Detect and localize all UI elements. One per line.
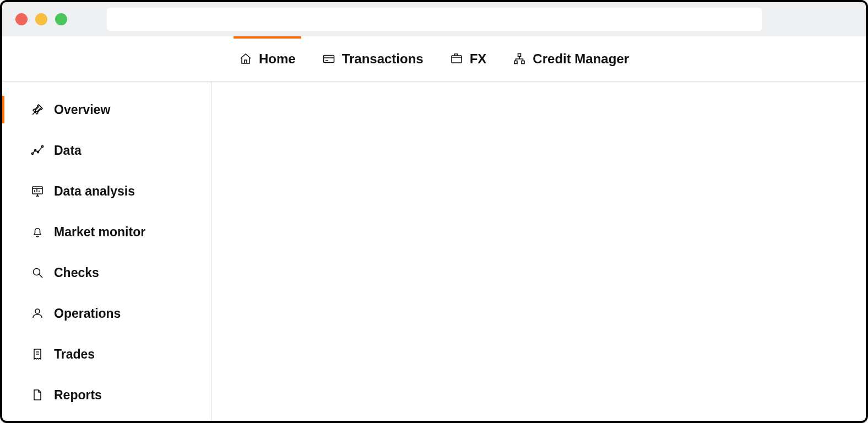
svg-rect-4	[518, 53, 521, 56]
svg-rect-6	[522, 61, 524, 63]
svg-rect-5	[514, 61, 517, 63]
pin-icon	[31, 103, 44, 116]
nav-tab-label: FX	[470, 51, 487, 67]
top-nav: Home Transactions FX Credit Manager	[2, 36, 866, 82]
search-icon	[31, 266, 44, 279]
svg-point-14	[35, 309, 40, 313]
sidebar-item-label: Operations	[54, 306, 121, 321]
svg-rect-0	[323, 55, 334, 62]
svg-point-12	[34, 269, 40, 275]
chart-line-icon	[31, 144, 44, 157]
sidebar: Overview Data Data analysis Market monit…	[2, 82, 211, 421]
nav-tab-transactions[interactable]: Transactions	[317, 36, 429, 81]
sidebar-item-checks[interactable]: Checks	[2, 252, 211, 293]
svg-rect-3	[452, 56, 462, 63]
bell-icon	[31, 225, 44, 238]
sidebar-item-label: Checks	[54, 265, 99, 280]
nav-tab-label: Transactions	[342, 51, 424, 67]
home-icon	[239, 52, 252, 66]
nav-tab-fx[interactable]: FX	[444, 36, 492, 81]
sidebar-item-label: Data	[54, 143, 82, 158]
svg-line-13	[39, 274, 42, 278]
folder-icon	[450, 52, 463, 66]
nav-tab-credit-manager[interactable]: Credit Manager	[507, 36, 634, 81]
title-bar	[2, 2, 866, 36]
window-controls	[15, 13, 67, 25]
sidebar-item-overview[interactable]: Overview	[2, 89, 211, 130]
app-window: Home Transactions FX Credit Manager	[0, 0, 868, 423]
sidebar-item-label: Trades	[54, 347, 95, 362]
main-content	[211, 82, 866, 421]
close-window-button[interactable]	[15, 13, 28, 25]
card-icon	[322, 52, 335, 66]
sidebar-item-reports[interactable]: Reports	[2, 375, 211, 415]
hierarchy-icon	[513, 52, 526, 66]
sidebar-item-operations[interactable]: Operations	[2, 293, 211, 334]
nav-tab-home[interactable]: Home	[234, 36, 301, 81]
sidebar-item-label: Market monitor	[54, 225, 145, 240]
sidebar-item-trades[interactable]: Trades	[2, 334, 211, 375]
sidebar-item-data[interactable]: Data	[2, 130, 211, 171]
receipt-icon	[31, 348, 44, 361]
sidebar-item-label: Data analysis	[54, 184, 135, 199]
presentation-icon	[31, 185, 44, 198]
minimize-window-button[interactable]	[35, 13, 47, 25]
nav-tab-label: Credit Manager	[533, 51, 629, 67]
sidebar-item-label: Reports	[54, 388, 102, 403]
document-icon	[31, 388, 44, 402]
maximize-window-button[interactable]	[55, 13, 67, 25]
svg-rect-11	[32, 187, 42, 194]
sidebar-item-label: Overview	[54, 102, 110, 117]
sidebar-item-data-analysis[interactable]: Data analysis	[2, 171, 211, 212]
body-region: Overview Data Data analysis Market monit…	[2, 82, 866, 421]
address-bar[interactable]	[107, 8, 762, 31]
sidebar-item-market-monitor[interactable]: Market monitor	[2, 212, 211, 252]
user-icon	[31, 307, 44, 320]
nav-tab-label: Home	[259, 51, 296, 67]
